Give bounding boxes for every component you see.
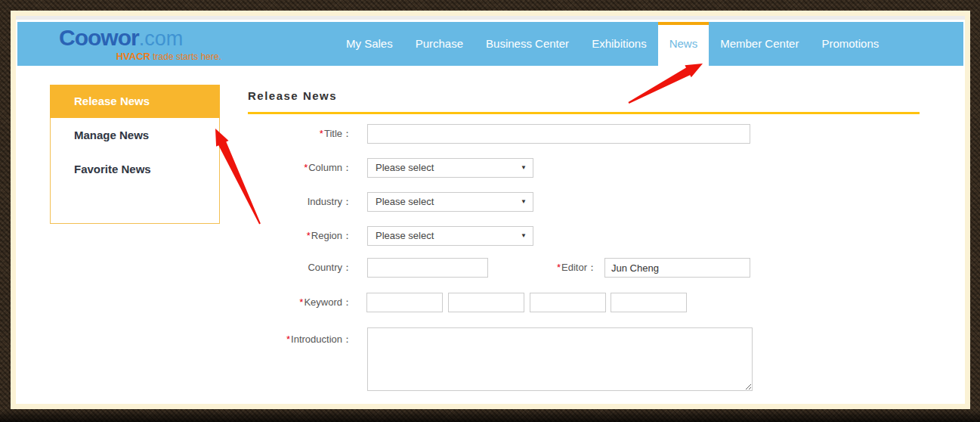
dropdown-arrow-icon: ▼ xyxy=(521,227,527,245)
country-label: Country： xyxy=(167,258,352,278)
brand-tagline-bold: HVACR xyxy=(116,51,150,62)
nav-item-business-center[interactable]: Business Center xyxy=(475,22,580,66)
introduction-textarea[interactable] xyxy=(367,327,753,391)
sidebar-item-release-news[interactable]: Release News xyxy=(50,85,220,118)
dropdown-arrow-icon: ▼ xyxy=(521,159,527,177)
top-strip xyxy=(16,16,965,20)
industry-select-value: Please select xyxy=(376,196,434,207)
required-marker: * xyxy=(320,128,323,139)
required-marker: * xyxy=(304,162,308,173)
title-input[interactable] xyxy=(367,124,750,144)
bottom-shadow xyxy=(0,411,980,422)
editor-label: *Editor： xyxy=(469,258,597,278)
nav-item-purchase[interactable]: Purchase xyxy=(404,22,475,66)
region-label: *Region： xyxy=(167,226,352,246)
page-frame: Coowor.com HVACR trade starts here. My S… xyxy=(11,11,970,409)
keyword-label: *Keyword： xyxy=(167,293,352,312)
page-title: Release News xyxy=(248,89,337,102)
keyword-input-2[interactable] xyxy=(448,293,524,312)
brand-name: Coowor xyxy=(59,25,139,50)
industry-select[interactable]: Please select▼ xyxy=(367,192,533,212)
required-marker: * xyxy=(299,296,303,308)
editor-input[interactable] xyxy=(604,258,750,278)
header-navbar: Coowor.com HVACR trade starts here. My S… xyxy=(17,22,963,66)
column-select-value: Please select xyxy=(376,162,434,173)
brand-tagline: HVACR trade starts here. xyxy=(59,51,221,62)
main-nav: My Sales Purchase Business Center Exhibi… xyxy=(335,22,890,66)
brand-tld: .com xyxy=(139,27,184,50)
nav-item-my-sales[interactable]: My Sales xyxy=(335,22,404,66)
keyword-input-4[interactable] xyxy=(611,293,687,312)
required-marker: * xyxy=(286,334,290,345)
introduction-label: *Introduction： xyxy=(167,330,352,349)
title-label: *Title： xyxy=(167,124,352,144)
nav-item-exhibitions[interactable]: Exhibitions xyxy=(580,22,658,66)
keyword-input-3[interactable] xyxy=(530,293,606,312)
brand-logo-text: Coowor.com xyxy=(59,26,221,51)
region-select-value: Please select xyxy=(376,230,434,241)
required-marker: * xyxy=(557,262,561,273)
nav-item-promotions[interactable]: Promotions xyxy=(810,22,890,66)
page-content: Coowor.com HVACR trade starts here. My S… xyxy=(16,16,965,404)
column-select[interactable]: Please select▼ xyxy=(367,158,533,178)
heading-underline xyxy=(248,112,920,114)
region-select[interactable]: Please select▼ xyxy=(367,226,533,246)
keyword-input-1[interactable] xyxy=(366,293,443,312)
dropdown-arrow-icon: ▼ xyxy=(521,193,527,211)
nav-item-news[interactable]: News xyxy=(658,22,709,66)
brand-tagline-rest: trade starts here. xyxy=(150,51,221,62)
column-label: *Column： xyxy=(167,158,352,178)
brand-logo[interactable]: Coowor.com HVACR trade starts here. xyxy=(59,26,221,62)
industry-label: Industry： xyxy=(167,192,352,212)
required-marker: * xyxy=(307,230,311,241)
nav-item-member-center[interactable]: Member Center xyxy=(709,22,810,66)
